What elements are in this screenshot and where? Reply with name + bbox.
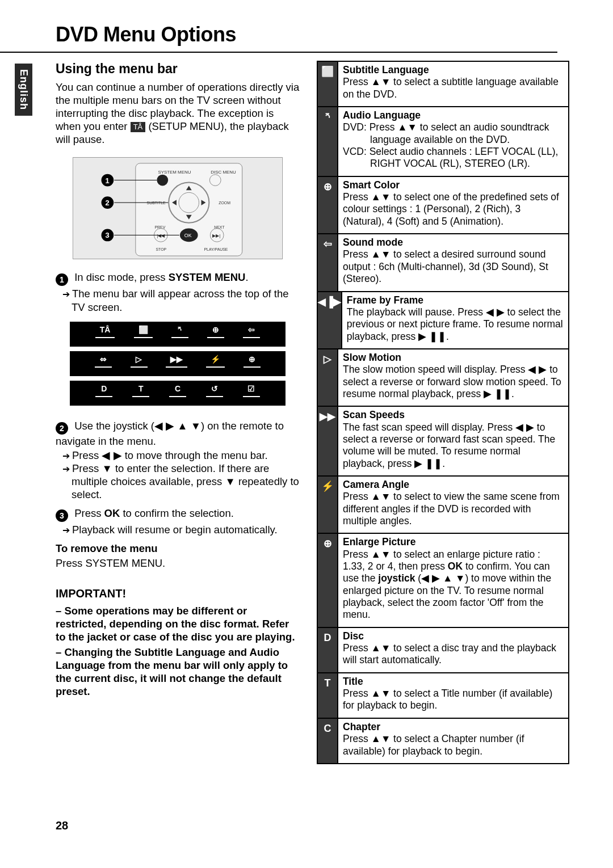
menubar-cell: T	[132, 383, 149, 398]
num-bullet-2: 2	[56, 422, 68, 435]
feature-row: ⊕Enlarge PicturePress ▲▼ to select an en…	[318, 534, 568, 627]
menubar-cell: ▷	[131, 353, 148, 368]
important-p1: – Some operations may be different or re…	[56, 604, 300, 643]
svg-text:PLAY/PAUSE: PLAY/PAUSE	[204, 248, 228, 252]
menubar-diagram: TÅ⬜ཪ⊕⇦⇔▷▶▶⚡⊕DTC↺☑	[70, 322, 285, 406]
num-bullet-1: 1	[56, 273, 68, 286]
feature-description: Press ▲▼ to select to view the same scen…	[343, 491, 564, 527]
step3-post: to confirm the selection.	[120, 507, 234, 519]
menubar-cell: ☑	[243, 383, 260, 398]
disc-icon: D	[318, 628, 338, 672]
important-block: IMPORTANT! – Some operations may be diff…	[56, 587, 300, 698]
feature-table: ⬜Subtitle LanguagePress ▲▼ to select a s…	[317, 61, 569, 764]
step1-strong: SYSTEM MENU	[169, 271, 246, 283]
menubar-cell: D	[95, 383, 112, 398]
svg-text:|◀◀: |◀◀	[157, 234, 165, 239]
feature-row: ▶▶Scan SpeedsThe fast scan speed will di…	[318, 407, 568, 477]
feature-body: Scan SpeedsThe fast scan speed will disp…	[338, 407, 568, 475]
step2-text: Use the joystick (◀ ▶ ▲ ▼) on the remote…	[56, 420, 284, 447]
menubar-row: DTC↺☑	[70, 381, 285, 406]
svg-rect-1	[136, 163, 242, 256]
slow-motion-icon: ▷	[318, 349, 338, 406]
feature-title: Enlarge Picture	[343, 536, 564, 548]
menubar-cell: ⊕	[207, 324, 224, 339]
num-bullet-3: 3	[56, 509, 68, 522]
step-3: 3 Press OK to confirm the selection. Pla…	[56, 507, 300, 536]
step2-sub1: Press ◀ ▶ to move through the menu bar.	[56, 449, 300, 462]
audio-icon: ཪ	[318, 107, 338, 176]
step1-post: .	[245, 271, 248, 283]
remove-menu-body: Press SYSTEM MENU.	[56, 557, 300, 570]
left-column: Using the menu bar You can continue a nu…	[56, 61, 300, 764]
important-title: IMPORTANT!	[56, 587, 300, 601]
feature-title: Subtitle Language	[343, 64, 564, 76]
right-column: ⬜Subtitle LanguagePress ▲▼ to select a s…	[317, 61, 569, 764]
feature-body: Frame by FrameThe playback will pause. P…	[342, 292, 568, 348]
menubar-cell: TÅ	[95, 324, 115, 339]
menubar-cell: ⇦	[243, 324, 260, 339]
step3-sub: Playback will resume or begin automatica…	[56, 523, 300, 536]
step1-pre: In disc mode, press	[74, 271, 169, 283]
menubar-cell: ⬜	[134, 324, 153, 339]
feature-row: ▷Slow MotionThe slow motion speed will d…	[318, 349, 568, 407]
svg-text:DISC MENU: DISC MENU	[211, 170, 236, 175]
svg-text:STOP: STOP	[156, 248, 166, 252]
feature-body: Camera AnglePress ▲▼ to select to view t…	[338, 477, 568, 533]
feature-description: Press ▲▼ to select a Chapter number (if …	[343, 733, 564, 757]
feature-row: ཪAudio LanguageDVD: Press ▲▼ to select a…	[318, 107, 568, 177]
feature-description: The playback will pause. Press ◀ ▶ to se…	[347, 306, 564, 343]
camera-angle-icon: ⚡	[318, 477, 338, 533]
menubar-cell: ▶▶	[166, 353, 187, 368]
svg-point-4	[157, 175, 168, 186]
feature-row: ⇦Sound modePress ▲▼ to select a desired …	[318, 234, 568, 292]
svg-text:2: 2	[105, 199, 109, 207]
feature-row: CChapterPress ▲▼ to select a Chapter num…	[318, 719, 568, 764]
language-tab: English	[15, 64, 32, 116]
step1-sub: The menu bar will appear across the top …	[56, 287, 300, 313]
feature-title: Scan Speeds	[343, 409, 564, 421]
feature-body: Smart ColorPress ▲▼ to select one of the…	[338, 177, 568, 233]
menubar-cell: ↺	[206, 383, 223, 398]
intro-paragraph: You can continue a number of operations …	[56, 81, 300, 146]
feature-body: Audio LanguageDVD: Press ▲▼ to select an…	[338, 107, 568, 176]
enlarge-picture-icon: ⊕	[318, 534, 338, 626]
chapter-icon: C	[318, 719, 338, 763]
feature-body: ChapterPress ▲▼ to select a Chapter numb…	[338, 719, 568, 763]
scan-speeds-icon: ▶▶	[318, 407, 338, 475]
feature-body: DiscPress ▲▼ to select a disc tray and t…	[338, 628, 568, 672]
feature-title: Frame by Frame	[347, 294, 564, 306]
subtitle-icon: ⬜	[318, 62, 338, 106]
feature-title: Chapter	[343, 721, 564, 733]
svg-text:SYSTEM MENU: SYSTEM MENU	[158, 170, 191, 175]
feature-title: Title	[343, 676, 564, 688]
feature-description: Press ▲▼ to select a subtitle language a…	[343, 76, 564, 100]
setup-menu-inline-icon: TÅ	[131, 122, 146, 132]
sound-mode-icon: ⇦	[318, 234, 338, 290]
svg-text:ZOOM: ZOOM	[219, 201, 230, 205]
feature-title: Disc	[343, 630, 564, 642]
frame-by-frame-icon: ◀▐▶	[318, 292, 342, 348]
step2-sub2: Press ▼ to enter the selection. If there…	[56, 462, 300, 501]
feature-title: Sound mode	[343, 237, 564, 248]
feature-title: Audio Language	[343, 109, 564, 121]
step3-strong: OK	[104, 507, 120, 519]
svg-text:1: 1	[105, 176, 109, 185]
feature-description: The fast scan speed will display. Press …	[343, 422, 564, 470]
feature-description: Press ▲▼ to select a disc tray and the p…	[343, 642, 564, 667]
menubar-row: ⇔▷▶▶⚡⊕	[70, 351, 285, 376]
feature-row: ◀▐▶Frame by FrameThe playback will pause…	[318, 292, 568, 349]
feature-row: ⬜Subtitle LanguagePress ▲▼ to select a s…	[318, 62, 568, 107]
remote-control-diagram: SYSTEM MENU DISC MENU SUBTITLE ZOOM PREV…	[73, 157, 283, 259]
feature-description: Press ▲▼ to select an enlarge picture ra…	[343, 549, 564, 621]
title-icon: T	[318, 673, 338, 718]
smart-color-icon: ⊕	[318, 177, 338, 233]
feature-row: TTitlePress ▲▼ to select a Title number …	[318, 673, 568, 719]
feature-subline: DVD: Press ▲▼ to select an audio soundtr…	[343, 121, 564, 146]
step3-pre: Press	[74, 507, 104, 519]
important-p2: – Changing the Subtitle Language and Aud…	[56, 646, 300, 698]
remove-menu-heading: To remove the menu	[56, 542, 300, 555]
feature-title: Smart Color	[343, 179, 564, 191]
svg-text:▶▶|: ▶▶|	[212, 234, 220, 239]
feature-body: TitlePress ▲▼ to select a Title number (…	[338, 673, 568, 718]
remote-svg: SYSTEM MENU DISC MENU SUBTITLE ZOOM PREV…	[73, 158, 282, 259]
